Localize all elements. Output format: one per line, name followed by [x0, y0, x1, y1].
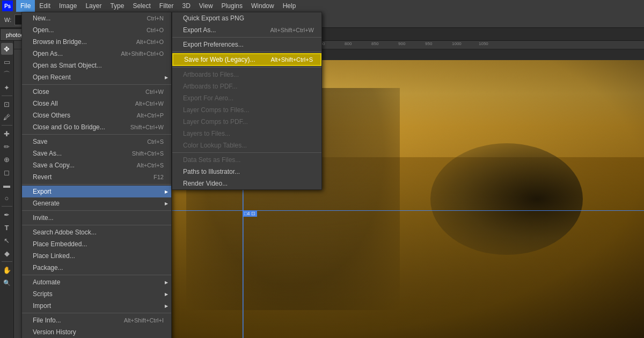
menu-item-close[interactable]: Close Ctrl+W [22, 86, 171, 98]
menu-file[interactable]: File [16, 0, 35, 12]
export-menu-item-export-aero: Export For Aero... [172, 92, 321, 104]
zoom-tool[interactable]: 🔍 [1, 277, 13, 289]
toolbar-divider-1 [2, 95, 12, 96]
menu-3d[interactable]: 3D [178, 0, 194, 12]
export-menu-item-data-sets: Data Sets as Files... [172, 154, 321, 166]
path-select-tool[interactable]: ↖ [1, 234, 13, 246]
export-menu-item-paths-illustrator[interactable]: Paths to Illustrator... [172, 166, 321, 178]
menu-item-place-embedded[interactable]: Place Embedded... [22, 238, 171, 250]
export-separator-2 [172, 52, 321, 52]
menu-item-automate[interactable]: Automate [22, 276, 171, 288]
app-logo: Ps [2, 1, 13, 11]
ruler-tick-800: 800 [345, 41, 352, 46]
menu-window[interactable]: Window [247, 0, 279, 12]
magic-wand-tool[interactable]: ✦ [1, 82, 13, 93]
toolbar-divider-2 [2, 125, 12, 126]
menu-edit[interactable]: Edit [35, 0, 55, 12]
move-tool[interactable]: ✥ [1, 43, 13, 55]
healing-tool[interactable]: ✚ [1, 128, 13, 139]
menu-separator-4 [22, 210, 171, 211]
menu-item-save-copy[interactable]: Save a Copy... Alt+Ctrl+S [22, 159, 171, 171]
menu-separator-2 [22, 134, 171, 135]
menu-item-close-go-bridge[interactable]: Close and Go to Bridge... Shift+Ctrl+W [22, 121, 171, 133]
gradient-tool[interactable]: ▬ [1, 179, 13, 191]
menu-item-save[interactable]: Save Ctrl+S [22, 136, 171, 148]
type-tool[interactable]: T [1, 222, 13, 233]
export-submenu[interactable]: Quick Export as PNG Export As... Alt+Shi… [172, 12, 322, 190]
toolbar-divider-3 [2, 206, 12, 207]
export-menu-item-quick-export-png[interactable]: Quick Export as PNG [172, 12, 321, 24]
export-menu-item-export-as[interactable]: Export As... Alt+Shift+Ctrl+W [172, 24, 321, 36]
export-menu-item-layer-comps-pdf: Layer Comps to PDF... [172, 116, 321, 128]
menu-help[interactable]: Help [279, 0, 301, 12]
clone-tool[interactable]: ⊕ [1, 153, 13, 165]
eraser-tool[interactable]: ◻ [1, 166, 13, 178]
menu-item-place-linked[interactable]: Place Linked... [22, 250, 171, 262]
menu-item-import[interactable]: Import [22, 300, 171, 312]
menu-separator-6 [22, 275, 171, 275]
brush-tool[interactable]: ✏ [1, 141, 13, 152]
left-toolbar: ✥ ▭ ⌒ ✦ ⊡ 🖉 ✚ ✏ ⊕ ◻ ▬ ○ ✒ T ↖ ◆ ✋ 🔍 [0, 41, 14, 338]
export-menu-item-save-for-web[interactable]: Save for Web (Legacy)... Alt+Shift+Ctrl+… [172, 53, 321, 66]
menu-item-close-others[interactable]: Close Others Alt+Ctrl+P [22, 109, 171, 121]
menu-item-open-recent[interactable]: Open Recent [22, 71, 171, 83]
menu-item-revert[interactable]: Revert F12 [22, 171, 171, 183]
toolbar-divider-4 [2, 261, 12, 262]
ruler-tick-950: 950 [425, 41, 432, 46]
dodge-tool[interactable]: ○ [1, 192, 13, 204]
shape-tool[interactable]: ◆ [1, 247, 13, 259]
export-menu-item-artboards-pdf: Artboards to PDF... [172, 80, 321, 92]
export-separator-4 [172, 152, 321, 153]
menu-item-version-history[interactable]: Version History [22, 326, 171, 338]
ruler-tick-850: 850 [371, 41, 378, 46]
menu-item-generate[interactable]: Generate [22, 197, 171, 209]
menu-type[interactable]: Type [106, 0, 128, 12]
lasso-tool[interactable]: ⌒ [1, 69, 13, 80]
menu-separator-5 [22, 225, 171, 225]
export-menu-item-layers-files: Layers to Files... [172, 128, 321, 139]
eyedropper-tool[interactable]: 🖉 [1, 111, 13, 123]
export-menu-item-artboards-files: Artboards to Files... [172, 69, 321, 80]
menu-item-browse-bridge[interactable]: Browse in Bridge... Alt+Ctrl+O [22, 36, 171, 48]
file-menu-dropdown[interactable]: New... Ctrl+N Open... Ctrl+O Browse in B… [21, 12, 172, 338]
menu-item-file-info[interactable]: File Info... Alt+Shift+Ctrl+I [22, 314, 171, 326]
export-menu-item-color-lookup-tables: Color Lookup Tables... [172, 139, 321, 151]
menu-view[interactable]: View [195, 0, 217, 12]
menu-image[interactable]: Image [55, 0, 81, 12]
menu-select[interactable]: Select [128, 0, 155, 12]
menu-separator-1 [22, 84, 171, 85]
export-menu-item-render-video[interactable]: Render Video... [172, 178, 321, 189]
canvas-indicator-04: □4 ⊡ [243, 210, 257, 217]
menu-item-invite[interactable]: Invite... [22, 212, 171, 224]
menu-item-close-all[interactable]: Close All Alt+Ctrl+W [22, 98, 171, 109]
export-separator-1 [172, 37, 321, 38]
menu-item-package[interactable]: Package... [22, 262, 171, 274]
menu-plugins[interactable]: Plugins [217, 0, 247, 12]
menu-item-open-smart-object[interactable]: Open as Smart Object... [22, 60, 171, 71]
menu-item-scripts[interactable]: Scripts [22, 288, 171, 300]
ruler-tick-1050: 1050 [479, 41, 488, 46]
menu-item-save-as[interactable]: Save As... Shift+Ctrl+S [22, 148, 171, 159]
export-menu-item-layer-comps-files: Layer Comps to Files... [172, 104, 321, 116]
menu-item-new[interactable]: New... Ctrl+N [22, 12, 171, 24]
menu-bar: Ps File Edit Image Layer Type Select Fil… [0, 0, 644, 12]
menu-item-open-as[interactable]: Open As... Alt+Shift+Ctrl+O [22, 48, 171, 60]
crop-tool[interactable]: ⊡ [1, 98, 13, 110]
menu-item-open[interactable]: Open... Ctrl+O [22, 24, 171, 36]
menu-separator-7 [22, 313, 171, 313]
pen-tool[interactable]: ✒ [1, 209, 13, 221]
hand-tool[interactable]: ✋ [1, 264, 13, 276]
ruler-tick-1000: 1000 [452, 41, 462, 46]
marquee-tool[interactable]: ▭ [1, 56, 13, 68]
width-label: W: [4, 17, 11, 23]
ruler-tick-900: 900 [398, 41, 405, 46]
export-separator-3 [172, 67, 321, 68]
menu-item-export[interactable]: Export [22, 186, 171, 197]
menu-filter[interactable]: Filter [155, 0, 178, 12]
menu-separator-3 [22, 184, 171, 185]
photo-lens [430, 143, 583, 254]
export-menu-item-export-preferences[interactable]: Export Preferences... [172, 39, 321, 50]
menu-layer[interactable]: Layer [81, 0, 106, 12]
menu-item-search-stock[interactable]: Search Adobe Stock... [22, 226, 171, 238]
